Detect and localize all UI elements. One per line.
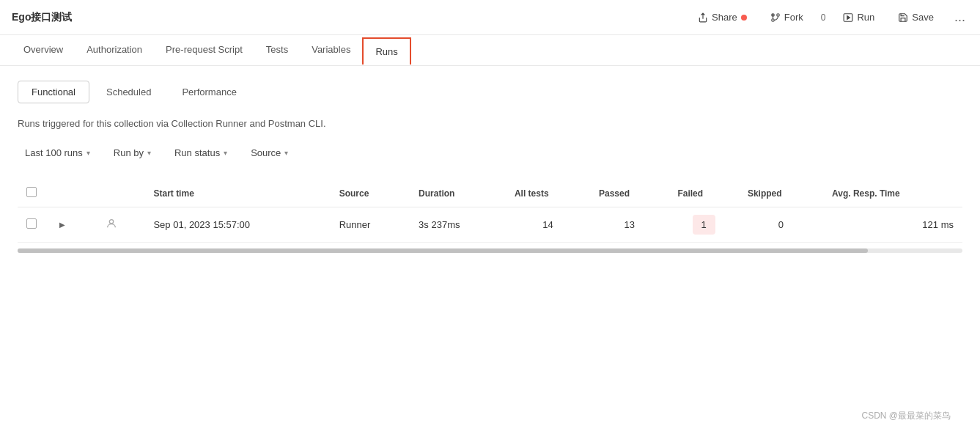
svg-point-6 [110, 220, 114, 224]
col-header-failed[interactable]: Failed [668, 180, 739, 207]
row-passed: 13 [590, 207, 668, 243]
header-actions: Share Fork 0 Run [692, 7, 968, 28]
col-header-source[interactable]: Source [331, 180, 410, 207]
save-icon [898, 12, 908, 23]
row-all-tests: 14 [506, 207, 590, 243]
filter-run-by[interactable]: Run by ▾ [106, 144, 158, 162]
col-header-skipped[interactable]: Skipped [739, 180, 823, 207]
filter-run-status[interactable]: Run status ▾ [167, 144, 235, 162]
col-header-user [97, 180, 144, 207]
user-icon [106, 220, 117, 232]
filter-bar: Last 100 runs ▾ Run by ▾ Run status ▾ So… [18, 144, 962, 162]
share-button[interactable]: Share [692, 9, 753, 26]
col-header-avg-resp-time[interactable]: Avg. Resp. Time [823, 180, 962, 207]
chevron-down-icon: ▾ [147, 149, 151, 157]
page-title: Ego接口测试 [12, 11, 692, 24]
sub-tab-performance[interactable]: Performance [168, 81, 250, 103]
horizontal-scrollbar-track[interactable] [18, 248, 962, 253]
sub-tabs: Functional Scheduled Performance [18, 81, 962, 103]
chevron-down-icon: ▾ [224, 149, 227, 157]
share-notification-dot [741, 15, 747, 21]
row-skipped: 0 [739, 207, 823, 243]
run-button[interactable]: Run [837, 9, 880, 26]
col-header-passed[interactable]: Passed [590, 180, 668, 207]
fork-count: 0 [821, 12, 826, 23]
row-duration: 3s 237ms [410, 207, 506, 243]
more-button[interactable]: ... [951, 7, 968, 28]
table-row: ▶ Sep 01, 2023 15:57:00 Runner 3s 237ms [18, 207, 962, 243]
tab-prerequest-script[interactable]: Pre-request Script [154, 35, 254, 65]
svg-marker-5 [847, 15, 850, 19]
sub-tab-scheduled[interactable]: Scheduled [92, 81, 165, 103]
col-header-start-time[interactable]: Start time [144, 180, 330, 207]
failed-badge: 1 [693, 215, 715, 235]
col-header-expand [47, 180, 97, 207]
row-avg-resp-time: 121 ms [823, 207, 962, 243]
col-header-all-tests[interactable]: All tests [506, 180, 590, 207]
runs-table: Start time Source Duration All tests Pas… [18, 180, 962, 253]
row-start-time: Sep 01, 2023 15:57:00 [144, 207, 330, 243]
sub-tab-functional[interactable]: Functional [18, 81, 89, 103]
fork-button[interactable]: Fork [765, 9, 809, 26]
share-icon [698, 12, 708, 23]
filter-source[interactable]: Source ▾ [243, 144, 295, 162]
col-header-checkbox [18, 180, 47, 207]
svg-point-1 [777, 13, 780, 16]
horizontal-scrollbar-thumb[interactable] [18, 248, 868, 253]
select-all-checkbox[interactable] [26, 187, 37, 197]
filter-last-runs[interactable]: Last 100 runs ▾ [18, 144, 97, 162]
tab-runs[interactable]: Runs [362, 37, 410, 65]
row-expand-cell: ▶ [47, 207, 97, 243]
header: Ego接口测试 Share Fork 0 Run [0, 0, 980, 35]
run-icon [843, 12, 853, 23]
tabs-nav: Overview Authorization Pre-request Scrip… [0, 35, 980, 66]
save-button[interactable]: Save [892, 9, 940, 26]
runs-description: Runs triggered for this collection via C… [18, 118, 962, 129]
col-header-duration[interactable]: Duration [410, 180, 506, 207]
chevron-down-icon: ▾ [284, 149, 288, 157]
tab-tests[interactable]: Tests [254, 35, 300, 65]
tab-overview[interactable]: Overview [12, 35, 75, 65]
row-checkbox-cell [18, 207, 47, 243]
chevron-down-icon: ▾ [86, 149, 90, 157]
row-checkbox[interactable] [26, 218, 37, 229]
row-user-cell [97, 207, 144, 243]
main-content: Functional Scheduled Performance Runs tr… [0, 66, 980, 268]
fork-icon [770, 12, 781, 23]
svg-point-2 [772, 18, 775, 21]
row-failed-cell: 1 [668, 207, 739, 243]
expand-row-button[interactable]: ▶ [56, 218, 69, 232]
tab-variables[interactable]: Variables [300, 35, 362, 65]
tab-authorization[interactable]: Authorization [75, 35, 154, 65]
row-source: Runner [331, 207, 410, 243]
